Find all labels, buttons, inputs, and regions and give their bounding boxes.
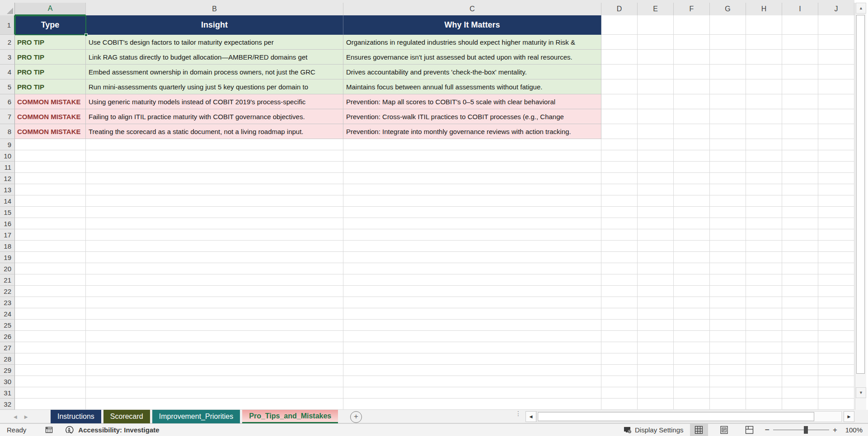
row-header-22[interactable]: 22: [0, 286, 15, 297]
cell-A5[interactable]: PRO TIP: [15, 79, 86, 94]
cell-C3[interactable]: Ensures governance isn't just assessed b…: [343, 50, 601, 65]
cell-A2[interactable]: PRO TIP: [15, 35, 86, 50]
row-header-24[interactable]: 24: [0, 308, 15, 320]
row-header-8[interactable]: 8: [0, 124, 15, 139]
header-cell-a1[interactable]: Type: [15, 15, 86, 35]
column-header-i[interactable]: I: [782, 3, 818, 15]
column-header-f[interactable]: F: [674, 3, 710, 15]
vertical-scrollbar-thumb[interactable]: [856, 15, 865, 374]
cell-C7[interactable]: Prevention: Cross-walk ITIL practices to…: [343, 109, 601, 124]
row-header-11[interactable]: 11: [0, 162, 15, 173]
cell-B2[interactable]: Use COBIT's design factors to tailor mat…: [86, 35, 343, 50]
column-header-e[interactable]: E: [638, 3, 674, 15]
add-sheet-button[interactable]: +: [350, 411, 362, 423]
row-header-3[interactable]: 3: [0, 50, 15, 65]
row-header-30[interactable]: 30: [0, 376, 15, 387]
sheet-tab-scorecard[interactable]: Scorecard: [103, 410, 150, 423]
header-cell-c1[interactable]: Why It Matters: [343, 15, 601, 35]
zoom-slider-handle[interactable]: [804, 426, 808, 434]
page-break-preview-button[interactable]: [741, 424, 759, 436]
row-header-17[interactable]: 17: [0, 229, 15, 241]
cell-A6[interactable]: COMMON MISTAKE: [15, 94, 86, 109]
row-header-26[interactable]: 26: [0, 331, 15, 342]
header-cell-b1[interactable]: Insight: [86, 15, 343, 35]
row-header-13[interactable]: 13: [0, 184, 15, 195]
zoom-in-button[interactable]: +: [833, 426, 837, 435]
cell-B6[interactable]: Using generic maturity models instead of…: [86, 94, 343, 109]
row-header-19[interactable]: 19: [0, 252, 15, 263]
cell-C5[interactable]: Maintains focus between annual full asse…: [343, 79, 601, 94]
accessibility-status-button[interactable]: Accessibility: Investigate: [66, 426, 159, 435]
cell-C2[interactable]: Organizations in regulated industries sh…: [343, 35, 601, 50]
row-header-29[interactable]: 29: [0, 365, 15, 376]
row-header-23[interactable]: 23: [0, 297, 15, 308]
row-header-21[interactable]: 21: [0, 274, 15, 286]
fill-handle[interactable]: [84, 33, 88, 37]
row-header-2[interactable]: 2: [0, 35, 15, 50]
tab-scroll-left-icon[interactable]: ◀: [14, 414, 17, 419]
column-header-b[interactable]: B: [86, 3, 343, 15]
hscroll-left-icon[interactable]: [525, 411, 536, 422]
cell-A4[interactable]: PRO TIP: [15, 65, 86, 79]
sheet-tab-improvement_priorities[interactable]: Improvement_Priorities: [152, 410, 240, 423]
row-header-5[interactable]: 5: [0, 79, 15, 94]
row-header-25[interactable]: 25: [0, 320, 15, 331]
gridline: [15, 206, 854, 207]
row-header-10[interactable]: 10: [0, 150, 15, 162]
zoom-slider[interactable]: [773, 424, 829, 436]
cell-B7[interactable]: Failing to align ITIL practice maturity …: [86, 109, 343, 124]
cell-B4[interactable]: Embed assessment ownership in domain pro…: [86, 65, 343, 79]
row-header-1[interactable]: 1: [0, 15, 15, 35]
macro-record-button[interactable]: [45, 426, 53, 434]
type-label: PRO TIP: [17, 38, 44, 46]
cell-A3[interactable]: PRO TIP: [15, 50, 86, 65]
page-layout-view-button[interactable]: [715, 424, 733, 436]
row-header-7[interactable]: 7: [0, 109, 15, 124]
cell-A8[interactable]: COMMON MISTAKE: [15, 124, 86, 139]
zoom-level-button[interactable]: 100%: [842, 426, 863, 434]
gridline: [15, 240, 854, 241]
zoom-out-button[interactable]: −: [765, 425, 770, 435]
row-header-12[interactable]: 12: [0, 173, 15, 184]
row-header-32[interactable]: 32: [0, 399, 15, 410]
scroll-down-icon[interactable]: [856, 387, 866, 398]
display-settings-button[interactable]: Display Settings: [624, 426, 684, 434]
row-header-20[interactable]: 20: [0, 263, 15, 274]
row-header-14[interactable]: 14: [0, 195, 15, 207]
row-header-15[interactable]: 15: [0, 207, 15, 218]
row-header-31[interactable]: 31: [0, 387, 15, 399]
cell-B3[interactable]: Link RAG status directly to budget alloc…: [86, 50, 343, 65]
column-header-g[interactable]: G: [710, 3, 746, 15]
tab-splitter-handle[interactable]: [515, 412, 519, 421]
cell-C4[interactable]: Drives accountability and prevents 'chec…: [343, 65, 601, 79]
gridline: [15, 342, 854, 342]
row-header-18[interactable]: 18: [0, 241, 15, 252]
tab-scroll-right-icon[interactable]: ▶: [24, 414, 28, 419]
hscroll-right-icon[interactable]: [844, 411, 854, 422]
normal-view-button[interactable]: [690, 424, 708, 436]
sheet-tab-pro_tips_and_mistakes[interactable]: Pro_Tips_and_Mistakes: [242, 410, 338, 423]
cell-C6[interactable]: Prevention: Map all scores to COBIT's 0–…: [343, 94, 601, 109]
display-settings-icon: [624, 426, 633, 434]
horizontal-scrollbar[interactable]: [536, 411, 842, 422]
vertical-scrollbar[interactable]: [855, 3, 866, 410]
column-header-j[interactable]: J: [818, 3, 854, 15]
column-header-a[interactable]: A: [15, 3, 86, 15]
cell-B8[interactable]: Treating the scorecard as a static docum…: [86, 124, 343, 139]
row-header-9[interactable]: 9: [0, 139, 15, 150]
row-header-16[interactable]: 16: [0, 218, 15, 229]
sheet-tab-instructions[interactable]: Instructions: [51, 410, 101, 423]
column-header-h[interactable]: H: [746, 3, 782, 15]
cell-C8[interactable]: Prevention: Integrate into monthly gover…: [343, 124, 601, 139]
cell-A7[interactable]: COMMON MISTAKE: [15, 109, 86, 124]
cell-B5[interactable]: Run mini-assessments quarterly using jus…: [86, 79, 343, 94]
column-header-d[interactable]: D: [601, 3, 638, 15]
row-header-28[interactable]: 28: [0, 353, 15, 365]
scroll-up-icon[interactable]: [856, 3, 866, 14]
horizontal-scrollbar-thumb[interactable]: [538, 412, 814, 421]
select-all-button[interactable]: [0, 3, 15, 15]
row-header-27[interactable]: 27: [0, 342, 15, 353]
column-header-c[interactable]: C: [343, 3, 601, 15]
row-header-4[interactable]: 4: [0, 65, 15, 79]
row-header-6[interactable]: 6: [0, 94, 15, 109]
